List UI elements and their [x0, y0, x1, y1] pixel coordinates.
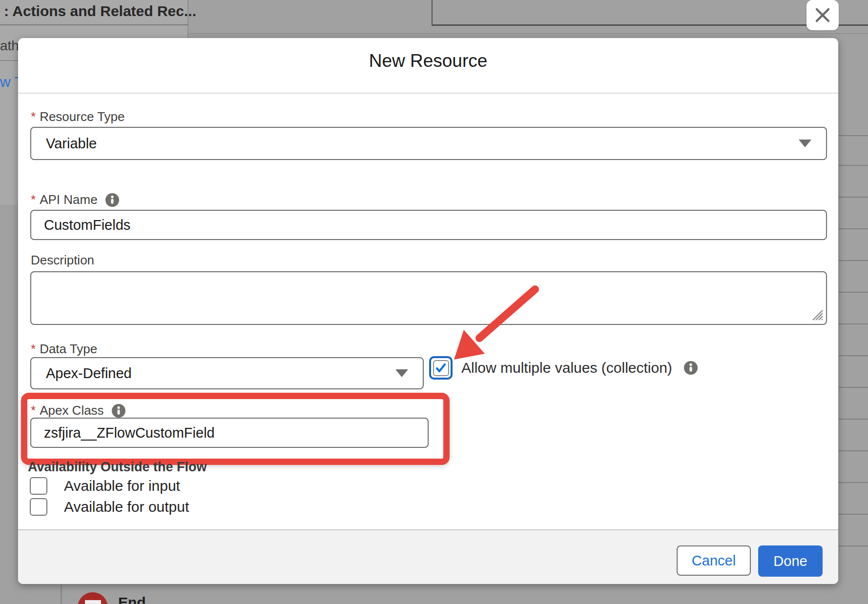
data-type-select[interactable]: Apex-Defined	[30, 357, 424, 389]
row-divider	[839, 165, 868, 166]
api-name-label: * API Name	[31, 192, 119, 207]
required-asterisk: *	[31, 192, 36, 207]
row-divider	[839, 323, 868, 324]
row-divider	[839, 228, 868, 229]
row-divider	[839, 545, 868, 546]
done-button[interactable]: Done	[758, 545, 823, 577]
resource-type-value: Variable	[46, 136, 799, 152]
background-panel-border	[432, 24, 868, 26]
background-panel-title: : Actions and Related Rec...	[4, 3, 196, 20]
description-label: Description	[31, 253, 94, 268]
row-divider	[839, 135, 868, 136]
flow-builder-screen: : Actions and Related Rec... ath w T End	[0, 0, 868, 604]
background-text-fragment: ath	[0, 38, 19, 54]
data-type-label: * Data Type	[31, 342, 97, 357]
info-icon[interactable]	[684, 361, 698, 375]
end-node-label: End	[118, 594, 146, 604]
new-resource-modal: New Resource * Resource Type Variable * …	[18, 38, 838, 584]
row-divider	[839, 260, 868, 261]
resize-handle-icon[interactable]	[810, 307, 825, 322]
modal-footer: Cancel Done	[18, 529, 838, 584]
background-list-strip	[839, 34, 868, 604]
row-divider	[839, 292, 868, 293]
available-for-output-row: Available for output	[30, 498, 189, 516]
required-asterisk: *	[31, 403, 36, 418]
chevron-down-icon	[395, 369, 408, 377]
apex-class-input[interactable]	[30, 418, 429, 448]
available-for-output-label: Available for output	[64, 499, 189, 515]
row-divider	[839, 482, 868, 483]
close-button[interactable]	[806, 0, 839, 30]
info-icon[interactable]	[105, 193, 119, 207]
chevron-down-icon	[799, 140, 811, 147]
description-textarea[interactable]	[30, 271, 827, 325]
available-for-input-row: Available for input	[30, 477, 180, 495]
end-node-square-icon	[85, 600, 101, 604]
row-divider	[839, 514, 868, 515]
availability-heading: Availability Outside the Flow	[28, 460, 207, 475]
checkbox-box	[433, 360, 449, 376]
available-for-output-checkbox[interactable]	[30, 498, 47, 516]
allow-multiple-label: Allow multiple values (collection)	[461, 356, 698, 380]
resource-type-label: * Resource Type	[31, 109, 125, 124]
background-toolbar-edge	[188, 33, 868, 34]
modal-title: New Resource	[18, 51, 838, 71]
cancel-button[interactable]: Cancel	[677, 545, 751, 576]
close-icon	[814, 7, 831, 23]
row-divider	[839, 355, 868, 356]
resource-type-select[interactable]: Variable	[30, 127, 827, 160]
apex-class-label: * Apex Class	[31, 403, 125, 418]
api-name-input[interactable]	[30, 210, 827, 240]
available-for-input-checkbox[interactable]	[30, 477, 47, 495]
available-for-input-label: Available for input	[64, 478, 180, 494]
modal-header: New Resource	[18, 38, 838, 94]
row-divider	[839, 387, 868, 388]
required-asterisk: *	[31, 342, 36, 357]
divider	[0, 24, 188, 25]
row-divider	[839, 419, 868, 420]
required-asterisk: *	[31, 109, 36, 124]
data-type-value: Apex-Defined	[46, 365, 395, 382]
background-panel-border	[432, 0, 433, 25]
flow-connector-line	[61, 585, 62, 604]
row-divider	[839, 450, 868, 451]
row-divider	[839, 197, 868, 198]
checkmark-icon	[435, 362, 447, 374]
allow-multiple-checkbox[interactable]	[429, 356, 453, 380]
info-icon[interactable]	[112, 404, 125, 418]
